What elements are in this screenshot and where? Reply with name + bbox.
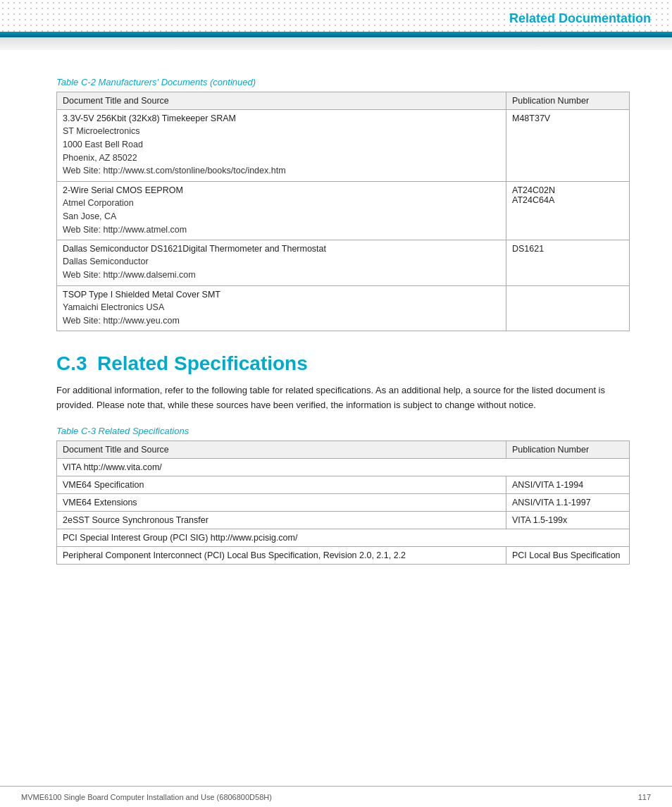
- table-c2-col1-header: Document Title and Source: [57, 92, 506, 110]
- pub-num-cell: M48T37V: [506, 110, 630, 182]
- doc-sub: Dallas SemiconductorWeb Site: http://www…: [63, 255, 500, 282]
- doc-title: TSOP Type I Shielded Metal Cover SMT: [63, 290, 220, 300]
- doc-title-cell: 2-Wire Serial CMOS EEPROMAtmel Corporati…: [57, 182, 506, 240]
- doc-sub: ST Microelectronics1000 East Bell RoadPh…: [63, 125, 500, 178]
- doc-sub-line: Yamaichi Electronics USA: [63, 301, 500, 314]
- pub-num-cell: AT24C02N AT24C64A: [506, 182, 630, 240]
- doc-sub-line: Web Site: http://www.dalsemi.com: [63, 269, 500, 282]
- doc-title-cell: Dallas Semiconductor DS1621Digital Therm…: [57, 240, 506, 286]
- doc-title: 2-Wire Serial CMOS EEPROM: [63, 185, 183, 195]
- section-c3-number: C.3: [56, 352, 87, 374]
- table-row: PCI Special Interest Group (PCI SIG) htt…: [57, 529, 630, 546]
- doc-title-cell: Peripheral Component Interconnect (PCI) …: [57, 546, 506, 564]
- doc-title: 3.3V-5V 256Kbit (32Kx8) Timekeeper SRAM: [63, 113, 236, 123]
- header-bar2: [0, 37, 672, 50]
- doc-sub-line: Web Site: http://www.yeu.com: [63, 314, 500, 328]
- doc-sub: Yamaichi Electronics USAWeb Site: http:/…: [63, 301, 500, 328]
- doc-sub-line: Atmel Corporation: [63, 197, 500, 210]
- table-row: VITA http://www.vita.com/: [57, 458, 630, 476]
- doc-sub-line: Phoenix, AZ 85022: [63, 152, 500, 165]
- pub-num-cell: PCI Local Bus Specification: [506, 546, 630, 564]
- footer-page-number: 117: [638, 793, 651, 801]
- header-top: Related Documentation: [0, 0, 672, 32]
- doc-title-cell: 2eSST Source Synchronous Transfer: [57, 511, 506, 529]
- table-row: Peripheral Component Interconnect (PCI) …: [57, 546, 630, 564]
- table-c2-col2-header: Publication Number: [506, 92, 630, 110]
- doc-sub-line: Web Site: http://www.st.com/stonline/boo…: [63, 164, 500, 178]
- table-row: TSOP Type I Shielded Metal Cover SMTYama…: [57, 285, 630, 331]
- main-content: Table C-2 Manufacturers' Documents (cont…: [0, 50, 672, 600]
- page-footer: MVME6100 Single Board Computer Installat…: [0, 786, 672, 807]
- pub-num-cell: DS1621: [506, 240, 630, 286]
- section-c3-title: Related Specifications: [97, 352, 308, 374]
- footer-left: MVME6100 Single Board Computer Installat…: [21, 793, 272, 801]
- pub-num-cell: ANSI/VITA 1-1994: [506, 476, 630, 493]
- doc-title-cell: TSOP Type I Shielded Metal Cover SMTYama…: [57, 285, 506, 331]
- doc-sub-line: 1000 East Bell Road: [63, 138, 500, 152]
- header-bar: [0, 32, 672, 37]
- doc-title: Dallas Semiconductor DS1621Digital Therm…: [63, 244, 326, 254]
- doc-sub-line: Dallas Semiconductor: [63, 255, 500, 269]
- section-c3-heading: C.3 Related Specifications: [56, 352, 630, 375]
- full-row-cell: VITA http://www.vita.com/: [57, 458, 630, 476]
- table-c3-caption: Table C-3 Related Specifications: [56, 426, 630, 436]
- pub-num-cell: ANSI/VITA 1.1-1997: [506, 493, 630, 511]
- table-c3-col2-header: Publication Number: [506, 441, 630, 458]
- table-row: Dallas Semiconductor DS1621Digital Therm…: [57, 240, 630, 286]
- table-c2: Document Title and Source Publication Nu…: [56, 92, 630, 331]
- table-c3: Document Title and Source Publication Nu…: [56, 441, 630, 565]
- full-row-cell: PCI Special Interest Group (PCI SIG) htt…: [57, 529, 630, 546]
- doc-sub-line: ST Microelectronics: [63, 125, 500, 138]
- table-c2-caption: Table C-2 Manufacturers' Documents (cont…: [56, 77, 630, 87]
- table-row: VME64 SpecificationANSI/VITA 1-1994: [57, 476, 630, 493]
- doc-title-cell: VME64 Extensions: [57, 493, 506, 511]
- table-c3-col1-header: Document Title and Source: [57, 441, 506, 458]
- table-row: 2eSST Source Synchronous TransferVITA 1.…: [57, 511, 630, 529]
- doc-title-cell: VME64 Specification: [57, 476, 506, 493]
- doc-sub: Atmel CorporationSan Jose, CAWeb Site: h…: [63, 197, 500, 236]
- section-c3-description: For additional information, refer to the…: [56, 383, 630, 413]
- pub-num-cell: VITA 1.5-199x: [506, 511, 630, 529]
- doc-sub-line: San Jose, CA: [63, 210, 500, 223]
- table-row: VME64 ExtensionsANSI/VITA 1.1-1997: [57, 493, 630, 511]
- doc-title-cell: 3.3V-5V 256Kbit (32Kx8) Timekeeper SRAMS…: [57, 110, 506, 182]
- table-row: 2-Wire Serial CMOS EEPROMAtmel Corporati…: [57, 182, 630, 240]
- page-header-title: Related Documentation: [509, 11, 651, 26]
- table-row: 3.3V-5V 256Kbit (32Kx8) Timekeeper SRAMS…: [57, 110, 630, 182]
- pub-num-cell: [506, 285, 630, 331]
- doc-sub-line: Web Site: http://www.atmel.com: [63, 223, 500, 237]
